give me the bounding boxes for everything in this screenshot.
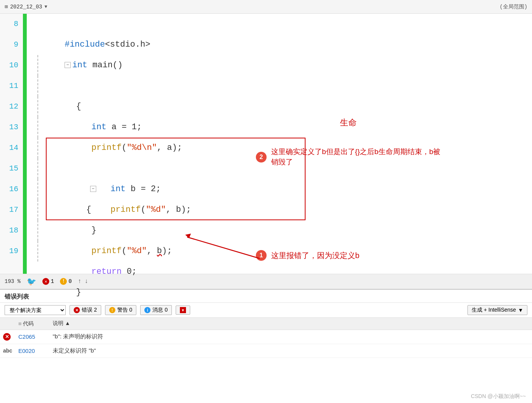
row-icon-e0020: abc xyxy=(0,344,15,358)
error-filter-label: 错误 2 xyxy=(82,307,97,314)
code-line-9: −int main() xyxy=(34,34,532,55)
line-num-17: 17 xyxy=(0,200,23,220)
warning-filter-btn[interactable]: ! 警告 0 xyxy=(105,305,137,315)
col-code-label: ⊞ 代码 xyxy=(18,320,34,327)
code-link-c2065[interactable]: C2065 xyxy=(18,333,35,340)
build-filter-btn[interactable]: 生成 + IntelliSense ▼ xyxy=(467,305,527,315)
row-icon-c2065: ✕ xyxy=(0,330,15,344)
error-filter-btn[interactable]: ✕ 错误 2 xyxy=(70,305,101,315)
info-filter-label: 消息 0 xyxy=(152,307,168,314)
green-bar xyxy=(23,14,27,274)
extra-filter-btn[interactable]: ▼ xyxy=(176,306,190,315)
error-row-e0020[interactable]: abc E0020 未定义标识符 "b" xyxy=(0,344,532,358)
grid-icon: ⊞ xyxy=(18,322,21,326)
code-line-12: printf("%d\n", a); xyxy=(34,96,532,117)
line-num-15: 15 xyxy=(0,158,23,179)
error-row-c2065[interactable]: ✕ C2065 "b": 未声明的标识符 xyxy=(0,330,532,344)
build-dropdown-icon: ▼ xyxy=(518,307,523,313)
filter-funnel-icon: ▼ xyxy=(180,307,186,313)
col-desc: 说明 ▲ xyxy=(50,318,532,330)
zoom-level: 193 % xyxy=(5,278,21,284)
line-num-10: 10 xyxy=(0,55,23,76)
return-kw: return xyxy=(91,267,121,276)
csdn-watermark: CSDN @小颖加油啊~~ xyxy=(471,393,526,400)
code-content: #include<stdio.h> −int main() { int a = … xyxy=(27,14,532,274)
file-icon: ⊞ xyxy=(5,3,8,10)
info-filter-icon: i xyxy=(144,307,150,313)
code-line-10: { xyxy=(34,55,532,76)
error-table: ✕ C2065 "b": 未声明的标识符 abc E0020 未定义标识符 "b… xyxy=(0,330,532,403)
code-line-13: − { xyxy=(34,117,532,138)
line-num-11: 11 xyxy=(0,76,23,96)
header-scope: (全局范围) xyxy=(500,3,527,10)
code-line-8: #include<stdio.h> xyxy=(34,14,532,34)
build-filter-label: 生成 + IntelliSense xyxy=(472,307,516,314)
line-num-19: 19 xyxy=(0,241,23,262)
mood-icon: 🐦 xyxy=(27,277,36,286)
error-panel: 错误列表 整个解决方案 ✕ 错误 2 ! 警告 0 i 消息 0 ▼ 生成 + … xyxy=(0,289,532,403)
header-title: 2022_12_03 xyxy=(10,4,42,10)
editor-area: 8 9 10 11 12 13 14 15 16 17 18 19 #inclu… xyxy=(0,14,532,274)
error-table-header: ⊞ 代码 说明 ▲ xyxy=(0,318,532,330)
info-filter-btn[interactable]: i 消息 0 xyxy=(140,305,172,315)
col-icon xyxy=(0,318,15,330)
code-line-16: } xyxy=(34,179,532,200)
row-desc-e0020: 未定义标识符 "b" xyxy=(50,344,532,358)
brace-close-19: } xyxy=(76,288,81,297)
error-panel-toolbar: 整个解决方案 ✕ 错误 2 ! 警告 0 i 消息 0 ▼ 生成 + Intel… xyxy=(0,303,532,318)
line-numbers: 8 9 10 11 12 13 14 15 16 17 18 19 xyxy=(0,14,23,274)
code-link-e0020[interactable]: E0020 xyxy=(18,348,35,354)
code-line-14: int b = 2; xyxy=(34,138,532,158)
line-num-13: 13 xyxy=(0,117,23,138)
warning-filter-label: 警告 0 xyxy=(117,307,133,314)
col-code: ⊞ 代码 xyxy=(15,318,50,330)
code-line-15: printf("%d", b); xyxy=(34,158,532,179)
row-code-c2065: C2065 xyxy=(15,330,50,344)
line-num-16: 16 xyxy=(0,179,23,200)
code-line-19: } xyxy=(34,241,532,262)
warning-filter-icon: ! xyxy=(109,307,115,313)
code-line-11: int a = 1; xyxy=(34,76,532,96)
abc-icon: abc xyxy=(3,348,12,354)
row-code-e0020: E0020 xyxy=(15,344,50,358)
code-line-18: return 0; xyxy=(34,220,532,241)
error-circle-icon: ✕ xyxy=(3,333,11,341)
error-filter-icon: ✕ xyxy=(74,307,80,313)
line-num-12: 12 xyxy=(0,96,23,117)
line-num-14: 14 xyxy=(0,138,23,158)
line-num-9: 9 xyxy=(0,34,23,55)
header-left: ⊞ 2022_12_03 ▼ xyxy=(5,3,47,10)
code-line-17: printf("%d", b); xyxy=(34,200,532,220)
dropdown-arrow-icon[interactable]: ▼ xyxy=(44,4,47,10)
header-bar: ⊞ 2022_12_03 ▼ (全局范围) xyxy=(0,0,532,14)
return-val: 0; xyxy=(121,267,137,276)
row-desc-c2065: "b": 未声明的标识符 xyxy=(50,330,532,344)
line-num-8: 8 xyxy=(0,14,23,34)
line-num-18: 18 xyxy=(0,220,23,241)
